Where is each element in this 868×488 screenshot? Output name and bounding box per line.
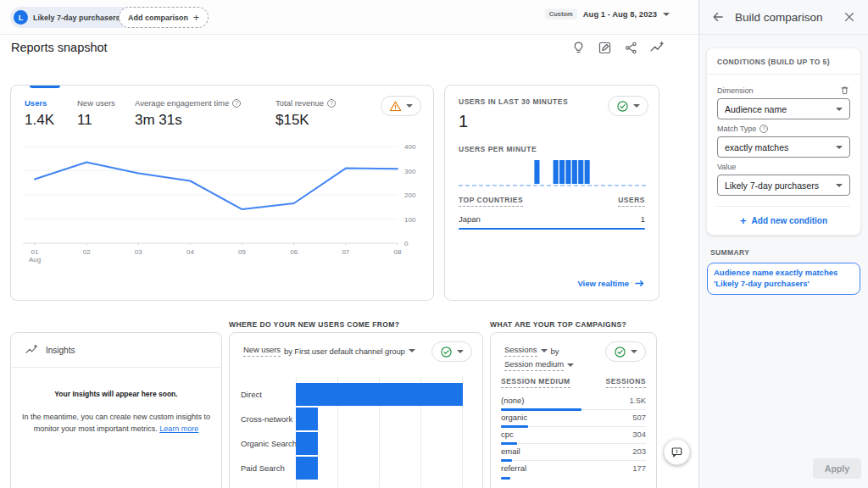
dimension-value: Audience name bbox=[725, 104, 787, 114]
panel-title: Build comparison bbox=[735, 11, 832, 24]
insights-body: In the meantime, you can create new cust… bbox=[21, 412, 211, 435]
help-icon[interactable]: ? bbox=[327, 99, 336, 108]
build-comparison-panel: Build comparison CONDITIONS (BUILD UP TO… bbox=[698, 0, 868, 488]
data-quality-ok-pill[interactable] bbox=[608, 96, 648, 116]
insights-icon bbox=[25, 343, 38, 357]
view-realtime-link[interactable]: View realtime bbox=[577, 278, 645, 289]
customize-report-button[interactable] bbox=[595, 38, 614, 57]
top-countries-column-header[interactable]: TOP COUNTRIES bbox=[459, 196, 523, 207]
metric-tab-users[interactable]: Users 1.4K bbox=[25, 98, 54, 129]
sessions-cell: 507 bbox=[632, 413, 646, 422]
add-comparison-button[interactable]: Add comparison + bbox=[119, 7, 209, 28]
sessions-column-header[interactable]: SESSIONS bbox=[606, 377, 646, 388]
share-report-button[interactable] bbox=[621, 38, 640, 57]
chevron-down-icon bbox=[836, 108, 843, 111]
customize-report-icon bbox=[598, 41, 612, 55]
page-title: Reports snapshot bbox=[11, 41, 108, 54]
bar-cross-network bbox=[296, 408, 318, 430]
metric-tab-avg-engagement-time[interactable]: Average engagement time ? 3m 31s bbox=[135, 98, 241, 129]
country-name: Japan bbox=[459, 214, 481, 224]
metric-tab-new-users[interactable]: New users 11 bbox=[77, 98, 115, 129]
chevron-down-icon[interactable] bbox=[541, 349, 548, 352]
bar-chart-plot bbox=[296, 377, 465, 487]
chevron-down-icon[interactable] bbox=[409, 349, 415, 352]
comparison-chip-label: Likely 7-day purchasers bbox=[33, 14, 120, 22]
check-circle-icon bbox=[616, 100, 629, 113]
data-quality-ok-pill[interactable] bbox=[431, 341, 472, 362]
metric-label: Average engagement time ? bbox=[135, 98, 241, 108]
medium-cell: organic bbox=[501, 413, 527, 422]
plus-icon: + bbox=[740, 215, 747, 226]
svg-text:0: 0 bbox=[404, 240, 409, 247]
users-per-minute-bar-chart bbox=[459, 158, 647, 188]
learn-more-link[interactable]: Learn more bbox=[159, 424, 198, 433]
sessions-cell: 177 bbox=[632, 463, 646, 473]
table-column-headers: SESSION MEDIUM SESSIONS bbox=[501, 377, 646, 388]
medium-cell: referral bbox=[501, 463, 526, 473]
insights-hub-button[interactable] bbox=[569, 38, 587, 57]
insights-trend-button[interactable] bbox=[648, 38, 666, 57]
metric-value: 1.4K bbox=[25, 112, 54, 129]
close-panel-button[interactable] bbox=[842, 9, 857, 25]
view-realtime-label: View realtime bbox=[577, 279, 629, 288]
users-overview-card: Users 1.4K New users 11 Average engageme… bbox=[10, 85, 434, 301]
date-range-selector[interactable]: Custom Aug 1 - Aug 8, 2023 bbox=[545, 8, 670, 19]
bar-label: Paid Search bbox=[241, 456, 295, 480]
chevron-down-icon bbox=[406, 104, 413, 108]
conditions-card: CONDITIONS (BUILD UP TO 5) Dimension Aud… bbox=[706, 47, 861, 236]
table-row: email 203 bbox=[501, 444, 646, 461]
metric-value: 3m 31s bbox=[135, 112, 241, 129]
svg-text:05: 05 bbox=[238, 248, 246, 256]
active-metric-indicator bbox=[30, 86, 60, 88]
channels-metric-selector[interactable]: New users bbox=[243, 345, 281, 357]
chevron-down-icon bbox=[836, 146, 843, 149]
value-select[interactable]: Likely 7-day purchasers bbox=[717, 175, 850, 196]
check-circle-icon bbox=[440, 346, 453, 358]
match-type-select[interactable]: exactly matches bbox=[717, 136, 850, 158]
data-quality-warning-pill[interactable] bbox=[381, 96, 421, 116]
check-circle-icon bbox=[614, 346, 626, 358]
conditions-title: CONDITIONS (BUILD UP TO 5) bbox=[707, 48, 860, 75]
users-column-header[interactable]: USERS bbox=[618, 196, 645, 207]
table-row: referral 177 bbox=[501, 461, 646, 478]
help-icon[interactable]: ? bbox=[760, 125, 768, 133]
table-row: (none) 1.5K bbox=[501, 393, 646, 410]
add-new-condition-button[interactable]: + Add new condition bbox=[717, 206, 850, 235]
help-icon[interactable]: ? bbox=[232, 99, 241, 108]
chevron-down-icon[interactable] bbox=[567, 363, 574, 367]
apply-button[interactable]: Apply bbox=[813, 458, 861, 479]
summary-chip: Audience name exactly matches 'Likely 7-… bbox=[707, 263, 860, 295]
data-quality-ok-pill[interactable] bbox=[605, 341, 646, 362]
feedback-button[interactable] bbox=[664, 439, 690, 465]
dimension-select[interactable]: Audience name bbox=[717, 98, 850, 119]
country-users: 1 bbox=[641, 214, 645, 224]
svg-text:04: 04 bbox=[186, 248, 194, 256]
by-label: by bbox=[551, 347, 559, 356]
channels-dimension-label: by First user default channel group bbox=[284, 347, 405, 356]
comparison-bar: L Likely 7-day purchasers Add comparison… bbox=[0, 0, 698, 35]
svg-text:03: 03 bbox=[135, 248, 142, 256]
bar-label: Organic Search bbox=[241, 431, 295, 456]
insights-card: Insights Your Insights will appear here … bbox=[10, 332, 222, 488]
metric-label: Users bbox=[25, 98, 54, 108]
table-row: Japan 1 bbox=[459, 214, 645, 228]
session-medium-column-header[interactable]: SESSION MEDIUM bbox=[501, 377, 570, 388]
campaigns-dimension-selector[interactable]: Session medium bbox=[504, 359, 564, 371]
add-condition-label: Add new condition bbox=[752, 216, 827, 225]
metric-label: Total revenue ? bbox=[275, 98, 336, 108]
close-icon bbox=[843, 11, 855, 23]
medium-cell: email bbox=[501, 446, 520, 456]
svg-text:300: 300 bbox=[404, 168, 416, 175]
metric-tab-total-revenue[interactable]: Total revenue ? $15K bbox=[275, 98, 336, 129]
svg-text:06: 06 bbox=[290, 248, 298, 256]
match-type-value: exactly matches bbox=[725, 142, 788, 152]
metric-label: New users bbox=[77, 98, 115, 108]
campaigns-metric-selector[interactable]: Sessions bbox=[504, 345, 537, 357]
chevron-down-icon bbox=[457, 350, 464, 353]
back-button[interactable] bbox=[710, 9, 726, 25]
realtime-card: USERS IN LAST 30 MINUTES 1 USERS PER MIN… bbox=[444, 85, 659, 301]
table-row: cpc 304 bbox=[501, 427, 646, 444]
delete-condition-button[interactable] bbox=[839, 85, 850, 96]
metric-value: $15K bbox=[275, 112, 336, 129]
back-arrow-icon bbox=[711, 10, 725, 24]
